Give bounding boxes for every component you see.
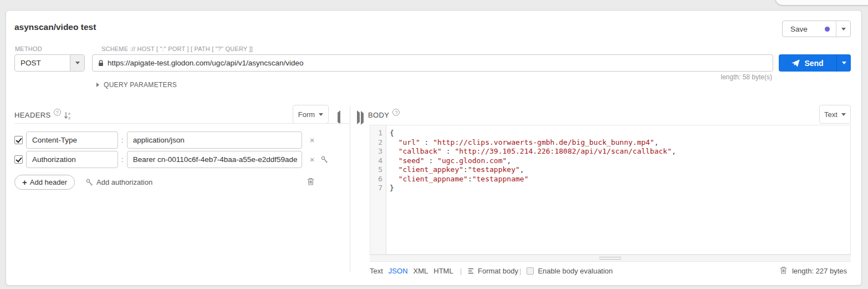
json-punctuation-token	[390, 165, 399, 174]
add-authorization-label: Add authorization	[96, 178, 152, 186]
json-string-token: "seed"	[399, 156, 425, 165]
url-input[interactable]: https://apigate-test.glodon.com/ugc/api/…	[92, 54, 773, 72]
line-number: 6	[370, 175, 382, 184]
clear-body-trash-button[interactable]	[780, 266, 787, 276]
colon-separator: :	[121, 136, 124, 144]
line-number: 5	[370, 165, 382, 175]
header-value-input[interactable]	[127, 131, 302, 149]
send-button-label: Send	[804, 59, 823, 68]
headers-separator-line	[14, 123, 350, 124]
request-panel: asynscan/video test Save METHOD SCHEME :…	[6, 10, 862, 286]
header-name-input[interactable]	[26, 131, 118, 149]
format-body-button[interactable]: Format body	[467, 267, 518, 275]
separator-pipe: |	[519, 267, 521, 275]
method-select[interactable]: POST	[14, 54, 85, 72]
code-line: "client_appkey":"testappkey",	[390, 165, 850, 175]
add-header-label: Add header	[30, 178, 67, 186]
enable-body-evaluation-checkbox[interactable]	[527, 267, 534, 275]
json-punctuation-token: ,	[672, 147, 676, 155]
header-value-input[interactable]	[127, 151, 302, 168]
body-panel-title: BODY	[368, 111, 389, 119]
chevron-right-icon	[357, 110, 360, 124]
add-header-button[interactable]: + Add header	[14, 175, 75, 190]
json-punctuation-token: :	[442, 147, 455, 155]
collapse-headers-panel-button[interactable]	[338, 113, 340, 123]
sort-alphabetical-icon[interactable]: A Z	[64, 111, 72, 121]
headers-view-mode-label: Form	[298, 110, 315, 119]
collapse-body-panel-button[interactable]	[357, 113, 360, 123]
enable-body-evaluation-toggle[interactable]: Enable body evaluation	[527, 267, 612, 275]
json-punctuation-token: :	[463, 165, 468, 174]
chevron-down-icon	[75, 62, 80, 64]
send-dropdown-toggle[interactable]	[836, 54, 851, 72]
code-line: "client_appname":"testappname"	[390, 175, 850, 184]
remove-header-button[interactable]: ×	[310, 155, 315, 164]
save-dropdown-toggle[interactable]	[836, 21, 850, 37]
body-type-label: Text	[824, 110, 838, 119]
code-line: }	[390, 184, 850, 193]
chevron-right-icon	[96, 83, 99, 87]
separator-pipe: |	[460, 267, 462, 275]
json-punctuation-token	[390, 147, 399, 155]
clear-headers-trash-button[interactable]	[307, 178, 314, 187]
chevron-down-icon	[841, 113, 846, 116]
json-punctuation-token: :	[468, 175, 472, 183]
body-panel-expand-arrow[interactable]	[361, 113, 364, 123]
line-number: 7	[370, 184, 382, 193]
code-line: "seed" : "ugc.glodon.com",	[390, 156, 850, 166]
line-number: 3	[370, 147, 382, 156]
body-length-note: length: 227 bytes	[792, 267, 847, 275]
chevron-down-icon	[842, 62, 846, 64]
method-label: METHOD	[15, 45, 42, 52]
json-punctuation-token: ,	[654, 138, 658, 146]
colon-separator: :	[121, 155, 124, 164]
method-dropdown-toggle[interactable]	[70, 55, 84, 71]
line-number-gutter: 1234567	[370, 125, 386, 254]
page-title: asynscan/video test	[14, 22, 96, 32]
headers-view-mode-button[interactable]: Form	[293, 105, 329, 124]
save-button[interactable]: Save	[782, 21, 851, 37]
json-punctuation-token	[390, 175, 399, 183]
line-number: 1	[370, 129, 382, 138]
top-right-partial-tab	[775, 0, 868, 6]
format-body-label: Format body	[478, 267, 518, 275]
code-line: "callback" : "http://39.105.214.226:1808…	[390, 147, 850, 156]
header-name-input[interactable]	[26, 151, 118, 168]
json-string-token: "url"	[399, 138, 420, 146]
json-string-token: "http://clips.vorwaerts-gmbh.de/big_buck…	[433, 138, 654, 146]
editor-resize-strip	[370, 255, 851, 262]
line-number: 4	[370, 156, 382, 166]
send-button[interactable]: Send	[779, 54, 851, 72]
body-editor[interactable]: 1234567 { "url" : "http://clips.vorwaert…	[370, 125, 851, 255]
body-help-icon[interactable]: ?	[392, 109, 400, 116]
authorization-key-button[interactable]	[321, 156, 328, 163]
header-enabled-checkbox[interactable]	[14, 136, 23, 144]
header-row: :×	[14, 131, 314, 149]
method-selected-value: POST	[15, 55, 70, 71]
code-area[interactable]: { "url" : "http://clips.vorwaerts-gmbh.d…	[386, 125, 850, 254]
lock-icon	[98, 60, 104, 67]
body-mode-json[interactable]: JSON	[389, 267, 408, 275]
trash-icon	[307, 178, 314, 185]
add-authorization-button[interactable]: Add authorization	[86, 178, 152, 186]
json-punctuation-token: {	[390, 129, 394, 137]
body-type-button[interactable]: Text	[819, 105, 851, 124]
json-punctuation-token	[390, 156, 399, 165]
editor-resize-handle[interactable]	[599, 257, 621, 260]
query-parameters-toggle[interactable]: QUERY PARAMETERS	[96, 81, 177, 89]
header-enabled-checkbox[interactable]	[14, 155, 23, 164]
chevron-down-icon	[841, 28, 846, 31]
headers-panel-title: HEADERS	[14, 111, 51, 119]
format-lines-icon	[467, 268, 474, 274]
json-punctuation-token: ,	[520, 165, 524, 174]
remove-header-button[interactable]: ×	[310, 136, 315, 144]
chevron-down-icon	[319, 113, 323, 116]
save-button-label: Save	[783, 25, 825, 33]
body-mode-html[interactable]: HTML	[433, 267, 453, 275]
body-mode-text[interactable]: Text	[370, 267, 383, 275]
line-number: 2	[370, 138, 382, 148]
body-mode-xml[interactable]: XML	[413, 267, 428, 275]
headers-help-icon[interactable]: ?	[54, 109, 61, 116]
json-string-token: "client_appname"	[399, 175, 468, 183]
json-punctuation-token: ,	[507, 156, 511, 165]
